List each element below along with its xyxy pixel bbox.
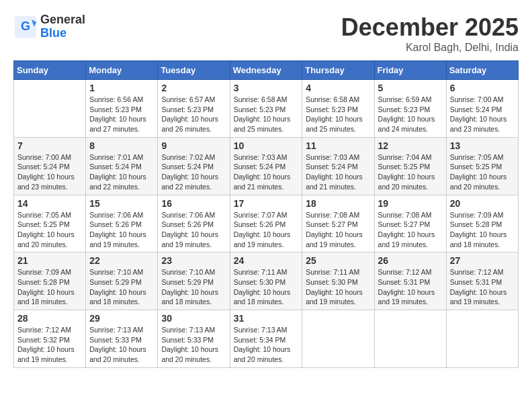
calendar-cell	[14, 80, 86, 138]
day-number: 2	[161, 83, 226, 93]
calendar-cell: 26Sunrise: 7:12 AM Sunset: 5:31 PM Dayli…	[374, 253, 446, 310]
calendar-table: SundayMondayTuesdayWednesdayThursdayFrid…	[13, 60, 519, 368]
day-number: 12	[378, 140, 443, 151]
calendar-cell: 31Sunrise: 7:13 AM Sunset: 5:34 PM Dayli…	[230, 310, 302, 368]
day-number: 29	[89, 313, 154, 324]
calendar-cell: 4Sunrise: 6:58 AM Sunset: 5:23 PM Daylig…	[302, 80, 374, 138]
calendar-week-4: 28Sunrise: 7:12 AM Sunset: 5:32 PM Dayli…	[14, 310, 519, 368]
logo: G General Blue	[13, 13, 85, 40]
calendar-cell: 15Sunrise: 7:06 AM Sunset: 5:26 PM Dayli…	[86, 195, 158, 253]
svg-text:G: G	[21, 19, 30, 33]
day-info: Sunrise: 7:09 AM Sunset: 5:28 PM Dayligh…	[450, 210, 515, 250]
calendar-cell: 17Sunrise: 7:07 AM Sunset: 5:26 PM Dayli…	[230, 195, 302, 253]
page-header: G General Blue December 2025 Karol Bagh,…	[13, 13, 519, 54]
day-number: 3	[234, 83, 299, 93]
calendar-cell	[446, 310, 518, 368]
day-info: Sunrise: 7:06 AM Sunset: 5:26 PM Dayligh…	[161, 210, 226, 250]
calendar-cell: 11Sunrise: 7:03 AM Sunset: 5:24 PM Dayli…	[302, 137, 374, 195]
day-number: 7	[17, 140, 82, 151]
day-number: 17	[234, 198, 299, 209]
day-info: Sunrise: 6:59 AM Sunset: 5:23 PM Dayligh…	[378, 95, 443, 134]
day-number: 31	[234, 313, 299, 324]
calendar-week-2: 14Sunrise: 7:05 AM Sunset: 5:25 PM Dayli…	[14, 195, 519, 253]
day-number: 14	[17, 198, 82, 209]
day-info: Sunrise: 7:08 AM Sunset: 5:27 PM Dayligh…	[378, 210, 443, 250]
calendar-cell	[374, 310, 446, 368]
day-info: Sunrise: 7:09 AM Sunset: 5:28 PM Dayligh…	[17, 267, 82, 307]
day-info: Sunrise: 7:01 AM Sunset: 5:24 PM Dayligh…	[89, 152, 154, 192]
day-number: 8	[89, 140, 154, 151]
day-info: Sunrise: 7:10 AM Sunset: 5:29 PM Dayligh…	[161, 267, 226, 307]
day-number: 15	[89, 198, 154, 209]
day-number: 9	[161, 140, 226, 151]
calendar-cell: 25Sunrise: 7:11 AM Sunset: 5:30 PM Dayli…	[302, 253, 374, 310]
day-number: 18	[306, 198, 370, 209]
day-info: Sunrise: 7:13 AM Sunset: 5:33 PM Dayligh…	[89, 325, 154, 365]
day-info: Sunrise: 7:08 AM Sunset: 5:27 PM Dayligh…	[306, 210, 370, 250]
calendar-cell: 24Sunrise: 7:11 AM Sunset: 5:30 PM Dayli…	[230, 253, 302, 310]
calendar-cell: 27Sunrise: 7:12 AM Sunset: 5:31 PM Dayli…	[446, 253, 518, 310]
day-info: Sunrise: 7:10 AM Sunset: 5:29 PM Dayligh…	[89, 267, 154, 307]
calendar-cell: 20Sunrise: 7:09 AM Sunset: 5:28 PM Dayli…	[446, 195, 518, 253]
day-number: 21	[17, 255, 82, 266]
day-info: Sunrise: 6:56 AM Sunset: 5:23 PM Dayligh…	[89, 95, 154, 134]
day-number: 23	[161, 255, 226, 266]
logo-general-text: General	[40, 13, 85, 27]
calendar-week-3: 21Sunrise: 7:09 AM Sunset: 5:28 PM Dayli…	[14, 253, 519, 310]
calendar-cell: 18Sunrise: 7:08 AM Sunset: 5:27 PM Dayli…	[302, 195, 374, 253]
day-number: 11	[306, 140, 370, 151]
page-subtitle: Karol Bagh, Delhi, India	[341, 42, 519, 54]
page-title: December 2025	[341, 13, 519, 42]
calendar-cell: 29Sunrise: 7:13 AM Sunset: 5:33 PM Dayli…	[86, 310, 158, 368]
day-info: Sunrise: 7:13 AM Sunset: 5:33 PM Dayligh…	[161, 325, 226, 365]
calendar-cell: 14Sunrise: 7:05 AM Sunset: 5:25 PM Dayli…	[14, 195, 86, 253]
day-number: 6	[450, 83, 515, 93]
calendar-cell: 21Sunrise: 7:09 AM Sunset: 5:28 PM Dayli…	[14, 253, 86, 310]
calendar-cell: 12Sunrise: 7:04 AM Sunset: 5:25 PM Dayli…	[374, 137, 446, 195]
day-info: Sunrise: 7:13 AM Sunset: 5:34 PM Dayligh…	[234, 325, 299, 365]
calendar-header: SundayMondayTuesdayWednesdayThursdayFrid…	[14, 61, 519, 80]
day-number: 13	[450, 140, 515, 151]
header-day-monday: Monday	[86, 61, 158, 80]
calendar-cell: 1Sunrise: 6:56 AM Sunset: 5:23 PM Daylig…	[86, 80, 158, 138]
day-number: 28	[17, 313, 82, 324]
header-day-thursday: Thursday	[302, 61, 374, 80]
day-number: 20	[450, 198, 515, 209]
title-block: December 2025 Karol Bagh, Delhi, India	[341, 13, 519, 54]
day-number: 30	[161, 313, 226, 324]
day-number: 22	[89, 255, 154, 266]
day-info: Sunrise: 7:00 AM Sunset: 5:24 PM Dayligh…	[17, 152, 82, 192]
day-info: Sunrise: 7:11 AM Sunset: 5:30 PM Dayligh…	[234, 267, 299, 307]
calendar-cell: 7Sunrise: 7:00 AM Sunset: 5:24 PM Daylig…	[14, 137, 86, 195]
day-number: 16	[161, 198, 226, 209]
day-number: 24	[234, 255, 299, 266]
day-info: Sunrise: 6:58 AM Sunset: 5:23 PM Dayligh…	[234, 95, 299, 134]
day-info: Sunrise: 6:57 AM Sunset: 5:23 PM Dayligh…	[161, 95, 226, 134]
day-info: Sunrise: 7:07 AM Sunset: 5:26 PM Dayligh…	[234, 210, 299, 250]
day-number: 5	[378, 83, 443, 93]
day-info: Sunrise: 7:03 AM Sunset: 5:24 PM Dayligh…	[306, 152, 370, 192]
header-day-tuesday: Tuesday	[158, 61, 230, 80]
logo-text: General Blue	[40, 13, 85, 40]
calendar-cell: 10Sunrise: 7:03 AM Sunset: 5:24 PM Dayli…	[230, 137, 302, 195]
day-number: 1	[89, 83, 154, 93]
day-info: Sunrise: 7:06 AM Sunset: 5:26 PM Dayligh…	[89, 210, 154, 250]
calendar-cell: 19Sunrise: 7:08 AM Sunset: 5:27 PM Dayli…	[374, 195, 446, 253]
header-day-saturday: Saturday	[446, 61, 518, 80]
day-info: Sunrise: 7:05 AM Sunset: 5:25 PM Dayligh…	[450, 152, 515, 192]
calendar-week-0: 1Sunrise: 6:56 AM Sunset: 5:23 PM Daylig…	[14, 80, 519, 138]
day-number: 4	[306, 83, 370, 93]
header-day-wednesday: Wednesday	[230, 61, 302, 80]
calendar-week-1: 7Sunrise: 7:00 AM Sunset: 5:24 PM Daylig…	[14, 137, 519, 195]
calendar-cell: 13Sunrise: 7:05 AM Sunset: 5:25 PM Dayli…	[446, 137, 518, 195]
header-row: SundayMondayTuesdayWednesdayThursdayFrid…	[14, 61, 519, 80]
calendar-cell: 2Sunrise: 6:57 AM Sunset: 5:23 PM Daylig…	[158, 80, 230, 138]
calendar-cell: 3Sunrise: 6:58 AM Sunset: 5:23 PM Daylig…	[230, 80, 302, 138]
header-day-friday: Friday	[374, 61, 446, 80]
calendar-cell	[302, 310, 374, 368]
day-number: 10	[234, 140, 299, 151]
day-number: 26	[378, 255, 443, 266]
calendar-cell: 30Sunrise: 7:13 AM Sunset: 5:33 PM Dayli…	[158, 310, 230, 368]
day-info: Sunrise: 7:05 AM Sunset: 5:25 PM Dayligh…	[17, 210, 82, 250]
header-day-sunday: Sunday	[14, 61, 86, 80]
